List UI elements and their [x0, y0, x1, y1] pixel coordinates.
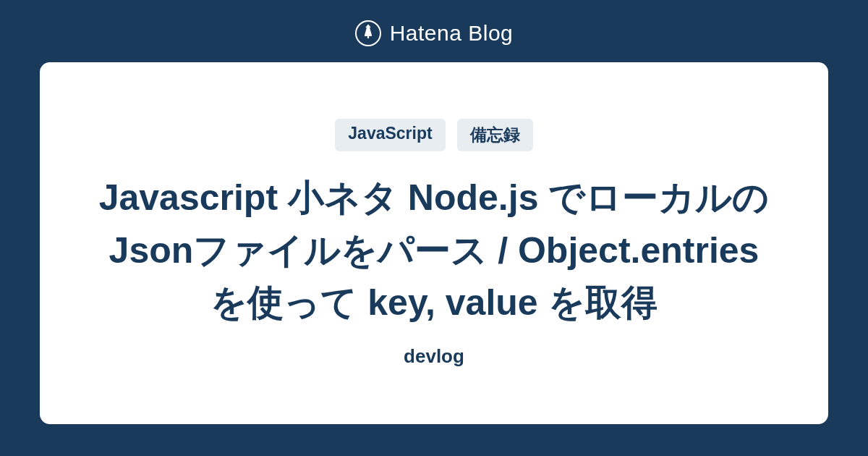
tag-list: JavaScript 備忘録	[335, 119, 532, 151]
hatena-logo-icon	[355, 20, 381, 46]
tag: JavaScript	[335, 119, 445, 151]
header: Hatena Blog	[355, 0, 514, 62]
article-card: JavaScript 備忘録 Javascript 小ネタ Node.js でロ…	[40, 62, 828, 424]
article-title: Javascript 小ネタ Node.js でローカルのJsonファイルをパー…	[87, 172, 781, 329]
blog-name: devlog	[404, 345, 464, 368]
tag: 備忘録	[457, 119, 533, 151]
logo-text: Hatena Blog	[390, 21, 514, 46]
